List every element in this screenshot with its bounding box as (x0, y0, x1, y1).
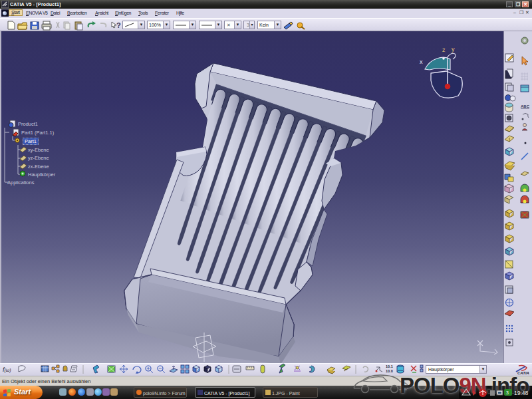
svg-text:10.1: 10.1 (386, 364, 393, 368)
svg-text:3: 3 (506, 390, 509, 395)
svg-text:?: ? (116, 21, 121, 29)
svg-text:y: y (452, 46, 455, 53)
svg-text:x: x (420, 59, 423, 65)
svg-text:f(ω): f(ω) (3, 366, 11, 373)
svg-text:z: z (442, 47, 446, 53)
svg-text:ABC: ABC (521, 104, 530, 108)
